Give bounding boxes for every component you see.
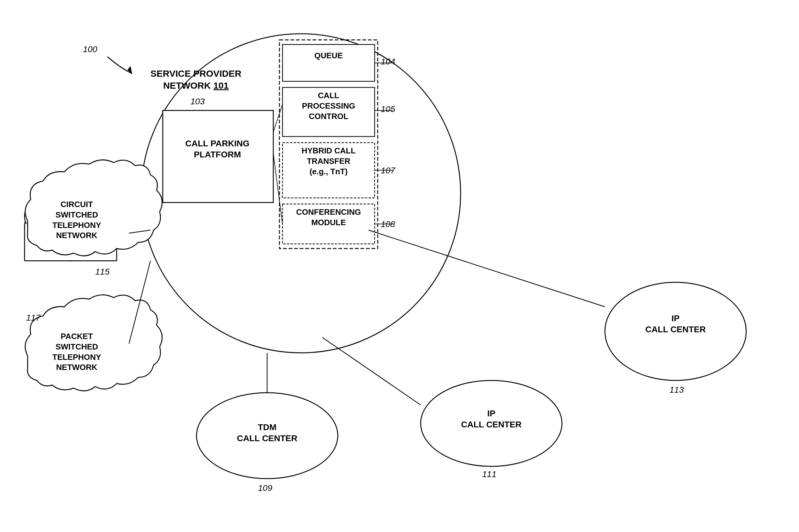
circuit-switched-label: CIRCUITSWITCHEDTELEPHONYNETWORK bbox=[31, 200, 123, 241]
svg-line-9 bbox=[273, 153, 283, 224]
call-processing-control-label: CALLPROCESSINGCONTROL bbox=[283, 91, 375, 121]
ref-107: 107 bbox=[381, 166, 395, 175]
packet-switched-label: PACKETSWITCHEDTELEPHONYNETWORK bbox=[31, 331, 123, 373]
ref-108: 108 bbox=[381, 220, 395, 229]
svg-line-8 bbox=[273, 104, 283, 132]
ref-115: 115 bbox=[95, 267, 110, 277]
ip-call-center-2-label: IPCALL CENTER bbox=[620, 313, 731, 335]
queue-label: QUEUE bbox=[283, 51, 375, 61]
ref-113: 113 bbox=[669, 385, 684, 395]
ip-call-center-1-label: IPCALL CENTER bbox=[436, 408, 547, 431]
svg-line-24 bbox=[323, 338, 421, 405]
ref-103: 103 bbox=[190, 97, 205, 107]
ref-109: 109 bbox=[258, 483, 272, 493]
ref-100: 100 bbox=[83, 44, 97, 54]
svg-rect-4 bbox=[283, 44, 375, 81]
ref-105: 105 bbox=[381, 104, 395, 114]
hybrid-call-transfer-label: HYBRID CALLTRANSFER(e.g., TnT) bbox=[283, 146, 375, 177]
ref-111: 111 bbox=[482, 470, 496, 479]
conferencing-module-label: CONFERENCINGMODULE bbox=[283, 207, 375, 228]
ref-104: 104 bbox=[381, 57, 395, 66]
ref-117: 117 bbox=[26, 313, 40, 323]
service-provider-network-label: SERVICE PROVIDERNETWORK 101 bbox=[150, 68, 241, 91]
call-parking-platform-label: CALL PARKINGPLATFORM bbox=[168, 138, 267, 160]
tdm-call-center-label: TDMCALL CENTER bbox=[215, 422, 319, 444]
svg-line-25 bbox=[368, 230, 605, 307]
